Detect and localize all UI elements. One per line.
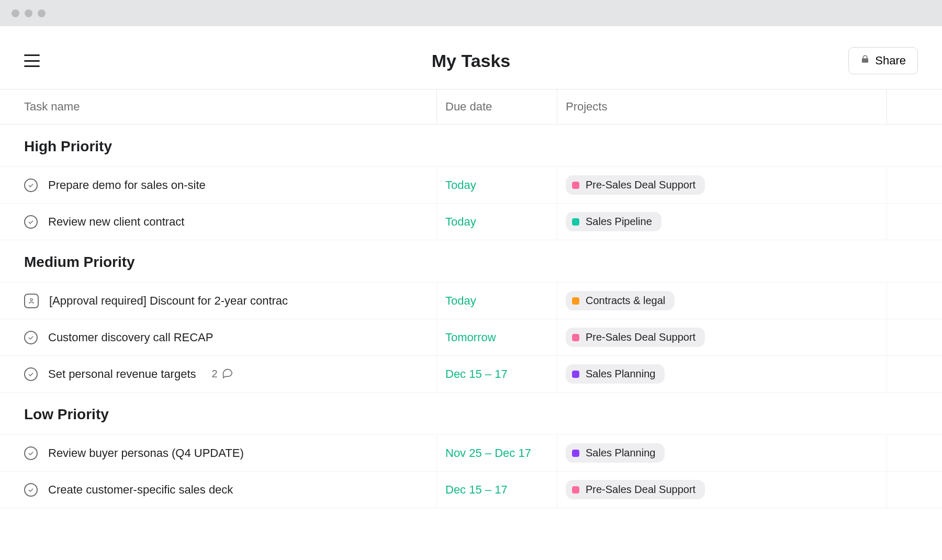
task-name[interactable]: Customer discovery call RECAP [48,331,213,344]
task-name-cell: Customer discovery call RECAP [0,331,436,344]
task-name-cell: Set personal revenue targets2 [0,367,436,381]
extra-cell [887,319,942,355]
check-circle-icon[interactable] [24,446,38,460]
project-pill[interactable]: Pre-Sales Deal Support [566,480,705,499]
project-pill[interactable]: Sales Planning [566,364,665,384]
check-circle-icon[interactable] [24,178,38,192]
column-headers: Task name Due date Projects [0,89,942,125]
project-label: Sales Planning [586,447,655,459]
project-color-dot [572,218,579,226]
extra-cell [887,472,942,508]
col-header-projects[interactable]: Projects [557,89,887,124]
task-name-cell: Review new client contract [0,215,436,229]
project-pill[interactable]: Pre-Sales Deal Support [566,175,705,195]
project-cell: Pre-Sales Deal Support [557,472,887,508]
task-name[interactable]: Set personal revenue targets [48,367,196,381]
task-row[interactable]: Review buyer personas (Q4 UPDATE)Nov 25 … [0,435,942,472]
project-cell: Sales Planning [557,435,887,471]
section-header[interactable]: Low Priority [0,393,942,435]
svg-point-0 [30,298,32,300]
extra-cell [887,204,942,240]
extra-cell [887,435,942,471]
page-title: My Tasks [432,51,511,71]
due-date[interactable]: Dec 15 – 17 [436,356,557,392]
project-color-dot [572,297,579,305]
page-header: My Tasks Share [0,26,942,89]
project-cell: Sales Pipeline [557,204,887,240]
project-label: Contracts & legal [586,295,665,307]
menu-toggle[interactable] [24,54,40,67]
col-header-due[interactable]: Due date [436,89,557,124]
check-circle-icon[interactable] [24,215,38,229]
project-pill[interactable]: Contracts & legal [566,291,675,310]
project-pill[interactable]: Pre-Sales Deal Support [566,328,705,347]
comment-icon [222,367,233,381]
check-circle-icon[interactable] [24,367,38,381]
project-label: Sales Pipeline [586,216,652,228]
project-label: Pre-Sales Deal Support [586,484,696,496]
task-row[interactable]: Review new client contractTodaySales Pip… [0,204,942,240]
share-button[interactable]: Share [848,47,918,74]
due-date[interactable]: Tomorrow [436,319,557,355]
extra-cell [887,356,942,392]
approval-icon[interactable] [24,294,39,308]
comment-count-number: 2 [212,368,218,380]
project-color-dot [572,450,579,457]
task-name[interactable]: Create customer-specific sales deck [48,483,233,497]
project-cell: Pre-Sales Deal Support [557,319,887,355]
project-pill[interactable]: Sales Pipeline [566,212,661,231]
project-cell: Sales Planning [557,356,887,392]
project-cell: Pre-Sales Deal Support [557,167,887,203]
project-pill[interactable]: Sales Planning [566,443,665,463]
task-name[interactable]: Review new client contract [48,215,184,229]
task-name-cell: Create customer-specific sales deck [0,483,436,497]
project-color-dot [572,182,579,189]
traffic-light-zoom[interactable] [38,9,46,17]
task-row[interactable]: Prepare demo for sales on-siteTodayPre-S… [0,167,942,204]
share-label: Share [875,54,906,68]
task-name[interactable]: [Approval required] Discount for 2-year … [49,294,288,308]
check-circle-icon[interactable] [24,331,38,344]
project-label: Pre-Sales Deal Support [586,179,696,191]
window-titlebar [0,0,942,26]
task-name-cell: [Approval required] Discount for 2-year … [0,294,436,308]
due-date[interactable]: Today [436,283,557,319]
task-name-cell: Prepare demo for sales on-site [0,178,436,192]
section-header[interactable]: High Priority [0,125,942,167]
project-color-dot [572,334,579,341]
project-cell: Contracts & legal [557,283,887,319]
task-row[interactable]: Create customer-specific sales deckDec 1… [0,472,942,508]
traffic-light-minimize[interactable] [25,9,32,17]
due-date[interactable]: Nov 25 – Dec 17 [436,435,557,471]
col-header-name[interactable]: Task name [0,89,436,124]
comment-count[interactable]: 2 [212,367,233,381]
lock-icon [860,54,870,68]
task-row[interactable]: Customer discovery call RECAPTomorrowPre… [0,319,942,356]
due-date[interactable]: Dec 15 – 17 [436,472,557,508]
project-label: Sales Planning [586,368,655,380]
col-header-extra [887,89,942,124]
task-name[interactable]: Prepare demo for sales on-site [48,178,206,192]
task-name-cell: Review buyer personas (Q4 UPDATE) [0,446,436,460]
task-table: Task name Due date Projects High Priorit… [0,89,942,508]
project-label: Pre-Sales Deal Support [586,331,696,343]
project-color-dot [572,371,579,378]
extra-cell [887,167,942,203]
section-header[interactable]: Medium Priority [0,240,942,283]
extra-cell [887,283,942,319]
task-row[interactable]: [Approval required] Discount for 2-year … [0,283,942,319]
check-circle-icon[interactable] [24,483,38,497]
due-date[interactable]: Today [436,167,557,203]
task-row[interactable]: Set personal revenue targets2Dec 15 – 17… [0,356,942,393]
due-date[interactable]: Today [436,204,557,240]
project-color-dot [572,486,579,494]
traffic-light-close[interactable] [12,9,19,17]
task-name[interactable]: Review buyer personas (Q4 UPDATE) [48,446,244,460]
